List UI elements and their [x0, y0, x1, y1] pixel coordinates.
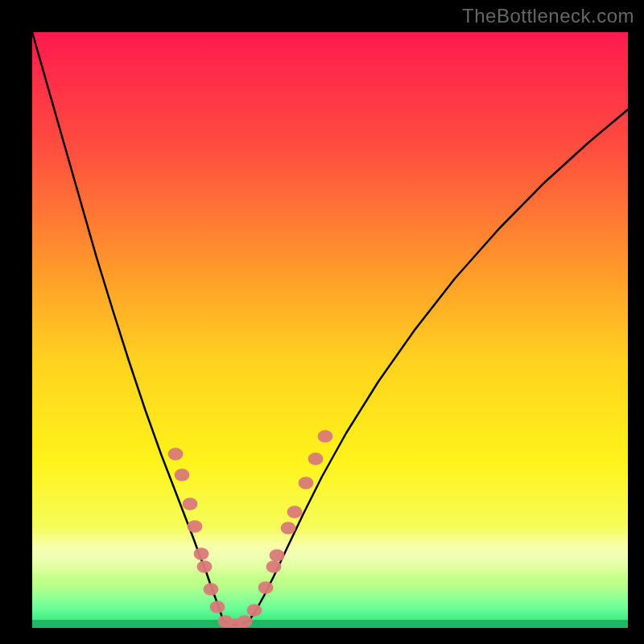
plot-area — [32, 32, 628, 628]
data-marker — [188, 520, 203, 532]
data-marker — [287, 506, 303, 518]
data-marker — [270, 549, 285, 561]
data-marker — [281, 522, 296, 534]
data-marker — [197, 560, 213, 572]
data-marker — [183, 497, 198, 510]
watermark-label: TheBottleneck.com — [462, 5, 634, 27]
chart-pale-band — [32, 526, 628, 580]
chart-stage: TheBottleneck.com — [0, 0, 644, 644]
data-marker — [175, 469, 190, 481]
data-marker — [168, 448, 184, 460]
data-marker — [299, 477, 314, 489]
data-marker — [318, 430, 333, 442]
data-marker — [210, 601, 225, 613]
data-marker — [308, 452, 324, 464]
plot-svg — [32, 32, 628, 628]
data-marker — [194, 547, 209, 559]
data-marker — [266, 560, 282, 572]
data-marker — [204, 583, 219, 595]
data-marker — [237, 615, 253, 627]
data-marker — [247, 604, 262, 616]
data-marker — [258, 581, 274, 593]
chart-bottom-strip — [32, 620, 628, 628]
